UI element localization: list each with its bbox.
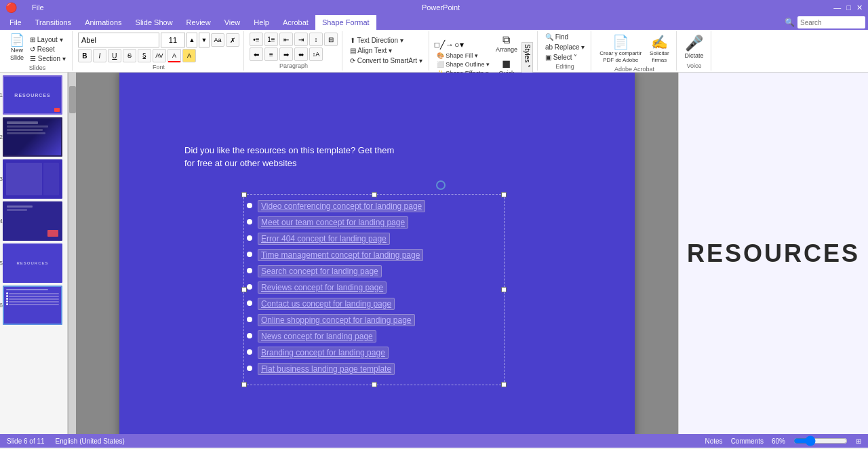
line-spacing-btn[interactable]: ↕	[309, 33, 323, 46]
font-color-btn[interactable]: A	[167, 49, 181, 62]
handle-bl[interactable]	[241, 382, 247, 387]
tab-slideshow[interactable]: Slide Show	[129, 15, 180, 30]
minimize-btn[interactable]: —	[833, 3, 841, 12]
decrease-indent-btn[interactable]: ⇤	[279, 33, 293, 46]
tab-shape-format[interactable]: Shape Format	[315, 15, 376, 30]
clear-format-btn[interactable]: ✗	[226, 33, 239, 47]
search-input[interactable]	[797, 16, 865, 28]
handle-bc[interactable]	[372, 382, 377, 387]
slides-panel[interactable]: 1 RESOURCES 2 3	[0, 73, 68, 434]
dictate-btn[interactable]: 🎤 Dictate	[682, 33, 707, 60]
adobe-group-label: Adobe Acrobat	[614, 64, 654, 73]
ribbon-group-slides: 📄 New Slide ⊞ Layout ▾ ↺ Reset ☰ Section…	[3, 31, 73, 71]
shape-arrow-icon[interactable]: →	[446, 40, 454, 50]
list-item: Contact us concept for landing page	[247, 298, 501, 310]
quick-styles-icon: ◼	[502, 57, 511, 70]
increase-indent-btn[interactable]: ⇥	[294, 33, 308, 46]
request-signatures-btn[interactable]: ✍ Solicitarfirmas	[647, 33, 671, 64]
handle-tl[interactable]	[241, 192, 247, 197]
justify-btn[interactable]: ⬌	[294, 47, 308, 61]
tab-review[interactable]: Review	[180, 15, 218, 30]
slides-scrollbar[interactable]	[68, 73, 76, 434]
rotate-handle[interactable]	[436, 180, 446, 190]
resources-panel: RESOURCES	[678, 73, 868, 434]
shape-more-icon[interactable]: ▾	[460, 40, 464, 50]
slide-thumb-3[interactable]	[3, 159, 62, 199]
align-center-btn[interactable]: ≡	[264, 47, 278, 61]
font-name-input[interactable]	[78, 33, 159, 47]
fit-slide-btn[interactable]: ⊞	[856, 437, 861, 445]
slide-canvas: Did you like the resources on this templ…	[119, 73, 635, 434]
arrange-btn[interactable]: ⧉ Arrange	[493, 33, 520, 54]
reset-btn[interactable]: ↺ Reset	[28, 45, 68, 54]
align-text-dropdown[interactable]: ▤ Align Text ▾	[348, 46, 394, 55]
zoom-slider[interactable]	[793, 437, 848, 445]
tab-acrobat[interactable]: Acrobat	[276, 15, 315, 30]
slide-thumb-2[interactable]	[3, 117, 62, 157]
comments-btn[interactable]: Comments	[731, 437, 764, 445]
handle-tr[interactable]	[501, 192, 507, 197]
font-size-increase-btn[interactable]: ▲	[186, 33, 197, 47]
close-btn[interactable]: ✕	[856, 3, 863, 12]
shape-line-icon[interactable]: ╱	[440, 40, 445, 50]
new-slide-btn[interactable]: 📄 New Slide	[7, 33, 27, 63]
handle-mr[interactable]	[501, 287, 507, 292]
font-size-input[interactable]	[161, 33, 185, 47]
handle-tc[interactable]	[372, 192, 377, 197]
bold-btn[interactable]: B	[78, 49, 92, 62]
strikethrough-btn[interactable]: S	[123, 49, 136, 62]
maximize-btn[interactable]: □	[846, 3, 851, 12]
canvas-area[interactable]: Did you like the resources on this templ…	[76, 73, 678, 434]
tab-help[interactable]: Help	[247, 15, 276, 30]
notes-btn[interactable]: Notes	[705, 437, 723, 445]
tab-view[interactable]: View	[218, 15, 248, 30]
font-case-btn[interactable]: Aa	[211, 33, 224, 47]
highlight-btn[interactable]: A	[182, 49, 196, 62]
bullets-btn[interactable]: •≡	[250, 33, 263, 46]
italic-btn[interactable]: I	[93, 49, 106, 62]
slide-thumb-5[interactable]: RESOURCES	[3, 243, 62, 283]
slide-thumb-6[interactable]	[3, 286, 62, 325]
ribbon-group-font: ▲ ▼ Aa ✗ B I U S S̲ AV A A Font	[74, 31, 244, 71]
numbering-btn[interactable]: 1≡	[264, 33, 278, 46]
underline-btn[interactable]: U	[108, 49, 121, 62]
text-direction-btn[interactable]: ↕A	[309, 47, 323, 61]
layout-btn[interactable]: ⊞ Layout ▾	[28, 35, 68, 44]
shadow-btn[interactable]: S̲	[138, 49, 151, 62]
create-pdf-btn[interactable]: 📄 Crear y compartirPDF de Adobe	[597, 33, 644, 64]
bullet-dot	[247, 366, 252, 371]
char-spacing-btn[interactable]: AV	[153, 49, 166, 62]
align-right-btn[interactable]: ➡	[279, 47, 293, 61]
list-item: Search concept for landing page	[247, 265, 501, 277]
convert-smartart-btn[interactable]: ⟳ Convert to SmartArt ▾	[348, 56, 425, 65]
tab-design[interactable]: File	[3, 15, 28, 30]
slide-thumb-4[interactable]	[3, 201, 62, 241]
shape-ellipse-icon[interactable]: ○	[454, 40, 459, 50]
section-btn[interactable]: ☰ Section ▾	[28, 54, 68, 63]
styles-btn[interactable]: Styles ˅	[521, 42, 533, 76]
columns-btn[interactable]: ⊟	[324, 33, 338, 46]
shape-fill-btn[interactable]: 🎨 Shape Fill ▾	[435, 52, 492, 60]
shape-outline-btn[interactable]: ⬜ Shape Outline ▾	[435, 60, 492, 69]
handle-br[interactable]	[501, 382, 507, 387]
find-btn[interactable]: 🔍 Find	[543, 33, 570, 41]
bullet-dot	[247, 268, 252, 273]
menu-bar: 🔴 File	[5, 2, 48, 13]
replace-btn[interactable]: ab Replace ▾	[543, 43, 587, 52]
tab-transitions[interactable]: Transitions	[28, 15, 78, 30]
select-btn[interactable]: ▣ Select ˅	[543, 53, 579, 62]
slide-thumb-1[interactable]: RESOURCES	[3, 75, 62, 115]
bullet-dot	[247, 235, 252, 241]
shape-rect-icon[interactable]: □	[435, 40, 439, 50]
menu-item-file[interactable]: File	[28, 3, 48, 12]
align-left-btn[interactable]: ⬅	[250, 47, 263, 61]
slide-header-text: Did you like the resources on this templ…	[184, 144, 394, 170]
font-size-decrease-btn[interactable]: ▼	[199, 33, 210, 47]
tab-animations[interactable]: Animations	[78, 15, 128, 30]
slides-scrollbar-thumb[interactable]	[69, 86, 76, 113]
handle-ml[interactable]	[241, 287, 247, 292]
text-box-selected[interactable]: Video conferencing concept for landing p…	[243, 194, 505, 385]
signature-icon: ✍	[651, 34, 668, 50]
text-direction-dropdown[interactable]: ⬆ Text Direction ▾	[348, 36, 406, 45]
ribbon-group-editing: 🔍 Find ab Replace ▾ ▣ Select ˅ Editing	[539, 31, 591, 71]
